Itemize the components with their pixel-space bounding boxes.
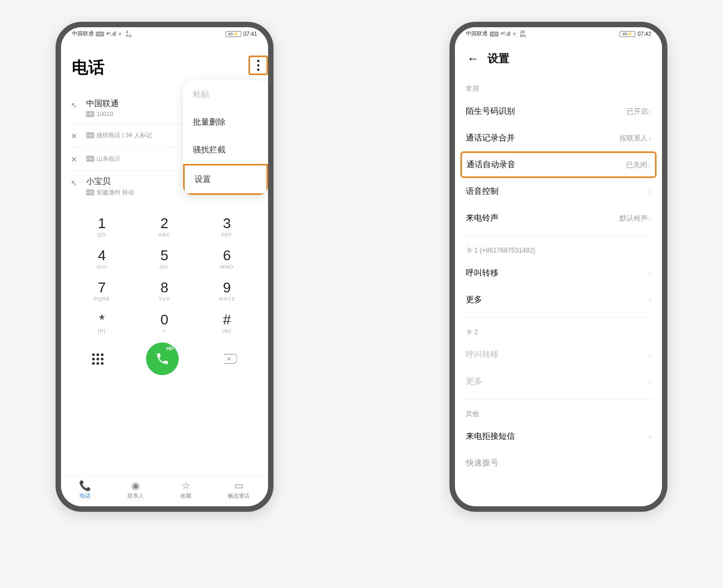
hd-badge: HD	[86, 111, 95, 117]
hd-badge: HD	[86, 156, 95, 162]
phone-device-2: 中国联通 HD ⁴⁶.ıll ᯤ 28 B/s 45⚡ 07:42 ← 设置 常…	[449, 22, 667, 512]
key-1[interactable]: 1QO	[71, 215, 133, 237]
phone-icon	[155, 352, 169, 366]
dial-keypad: 1QO 2ABC 3DEF 4GHI 5JKL 6MNO 7PQRS 8TUV …	[71, 215, 258, 334]
status-bar: 中国联通 HD ⁴⁶.ıll ᯤ 4 K/s 45⚡ 07:41	[61, 27, 268, 40]
row-reject-sms[interactable]: 来电拒接短信 ›	[465, 423, 652, 450]
key-star[interactable]: *(P)	[71, 311, 133, 334]
network-icon: ⁴⁶.ıll	[501, 31, 511, 37]
nav-favorites[interactable]: ☆收藏	[180, 481, 191, 500]
keypad-toggle-button[interactable]	[92, 353, 104, 365]
missed-call-icon: ✕	[71, 132, 81, 140]
status-bar: 中国联通 HD ⁴⁶.ıll ᯤ 28 B/s 45⚡ 07:42	[455, 27, 662, 40]
wifi-icon: ᯤ	[118, 31, 124, 37]
section-other: 其他	[466, 409, 651, 419]
page-title: 设置	[488, 51, 509, 66]
nav-phone[interactable]: 📞电话	[79, 481, 91, 500]
key-9[interactable]: 9WXYZ	[196, 279, 258, 302]
key-3[interactable]: 3DEF	[196, 215, 258, 237]
chevron-right-icon: ›	[649, 214, 652, 223]
network-icon: ⁴⁶.ıll	[106, 31, 116, 37]
key-8[interactable]: 8TUV	[133, 279, 196, 302]
bottom-nav: 📞电话 ◉联系人 ☆收藏 ▭畅连通话	[61, 476, 268, 506]
contacts-icon: ◉	[131, 481, 140, 491]
key-7[interactable]: 7PQRS	[71, 279, 133, 302]
row-more-sim1[interactable]: 更多 ›	[465, 286, 652, 313]
speed-unit: K/s	[126, 34, 131, 38]
hd-badge: HD	[490, 32, 499, 36]
row-auto-record[interactable]: 通话自动录音 已关闭›	[460, 151, 657, 178]
call-sub: 骚扰电话 | 34 人标记	[96, 131, 151, 139]
row-forward-sim1[interactable]: 呼叫转移 ›	[465, 260, 652, 286]
menu-settings[interactable]: 设置	[183, 164, 268, 195]
key-0[interactable]: 0+	[133, 311, 196, 334]
key-2[interactable]: 2ABC	[133, 215, 196, 237]
outgoing-call-icon: ↖	[71, 179, 81, 187]
chevron-right-icon: ›	[649, 351, 652, 359]
call-sub: 山东临沂	[96, 155, 120, 163]
chevron-right-icon: ›	[649, 269, 652, 278]
chevron-right-icon: ›	[648, 161, 651, 169]
back-button[interactable]: ←	[467, 52, 479, 66]
nav-meetime[interactable]: ▭畅连通话	[228, 481, 250, 500]
row-voice-control[interactable]: 语音控制 ›	[465, 178, 652, 205]
clock: 07:42	[637, 31, 651, 37]
battery-icon: 45⚡	[619, 31, 635, 37]
key-4[interactable]: 4GHI	[71, 247, 133, 270]
speed-unit: B/s	[520, 34, 526, 38]
call-sub: 安徽滁州 移动	[96, 188, 134, 197]
outgoing-call-icon: ↖	[71, 101, 81, 109]
row-more-sim2[interactable]: 更多 ›	[465, 368, 652, 395]
hd-badge: HD	[86, 132, 95, 138]
star-icon: ☆	[181, 481, 190, 491]
row-ringtone[interactable]: 来电铃声 默认铃声›	[465, 205, 652, 231]
speed-value: 28	[520, 30, 526, 34]
chevron-right-icon: ›	[649, 459, 652, 468]
hd-badge: HD	[96, 32, 105, 36]
missed-call-icon: ✕	[71, 155, 81, 164]
hd-badge: HD	[86, 189, 95, 195]
menu-paste[interactable]: 粘贴	[183, 81, 268, 108]
row-quick-dial[interactable]: 快速拨号 ›	[465, 450, 652, 476]
menu-block[interactable]: 骚扰拦截	[183, 136, 268, 164]
overflow-menu: 粘贴 批量删除 骚扰拦截 设置	[183, 81, 268, 195]
section-sim1: 卡 1 (+8617687531492)	[466, 246, 651, 255]
phone-icon: 📞	[79, 481, 91, 491]
phone-device-1: 中国联通 HD ⁴⁶.ıll ᯤ 4 K/s 45⚡ 07:41 电话 粘贴	[56, 22, 274, 512]
chevron-right-icon: ›	[649, 432, 652, 441]
row-forward-sim2[interactable]: 呼叫转移 ›	[465, 341, 652, 368]
row-stranger-id[interactable]: 陌生号码识别 已开启›	[465, 98, 652, 125]
carrier-label: 中国联通	[466, 30, 488, 38]
clock: 07:41	[244, 31, 257, 37]
menu-batch-delete[interactable]: 批量删除	[183, 108, 268, 136]
key-hash[interactable]: #(W)	[196, 311, 258, 334]
speed-value: 4	[126, 30, 131, 34]
chevron-right-icon: ›	[649, 296, 652, 304]
key-6[interactable]: 6MNO	[196, 247, 258, 270]
wifi-icon: ᯤ	[513, 31, 518, 37]
section-sim2: 卡 2	[466, 328, 651, 337]
more-icon	[257, 60, 259, 71]
chevron-right-icon: ›	[649, 107, 652, 116]
video-icon: ▭	[234, 481, 244, 491]
chevron-right-icon: ›	[649, 134, 652, 143]
row-merge-logs[interactable]: 通话记录合并 按联系人›	[465, 125, 652, 151]
key-5[interactable]: 5JKL	[133, 247, 196, 270]
hd-label: HD	[166, 346, 173, 351]
battery-icon: 45⚡	[226, 31, 241, 37]
section-common: 常用	[466, 84, 651, 94]
dial-button[interactable]: HD	[146, 342, 179, 375]
more-menu-button[interactable]	[248, 56, 268, 75]
nav-contacts[interactable]: ◉联系人	[127, 481, 144, 500]
chevron-right-icon: ›	[649, 377, 652, 386]
backspace-button[interactable]: ✕	[222, 354, 237, 364]
call-sub: 10010	[96, 111, 113, 117]
carrier-label: 中国联通	[72, 30, 94, 38]
chevron-right-icon: ›	[649, 187, 652, 196]
